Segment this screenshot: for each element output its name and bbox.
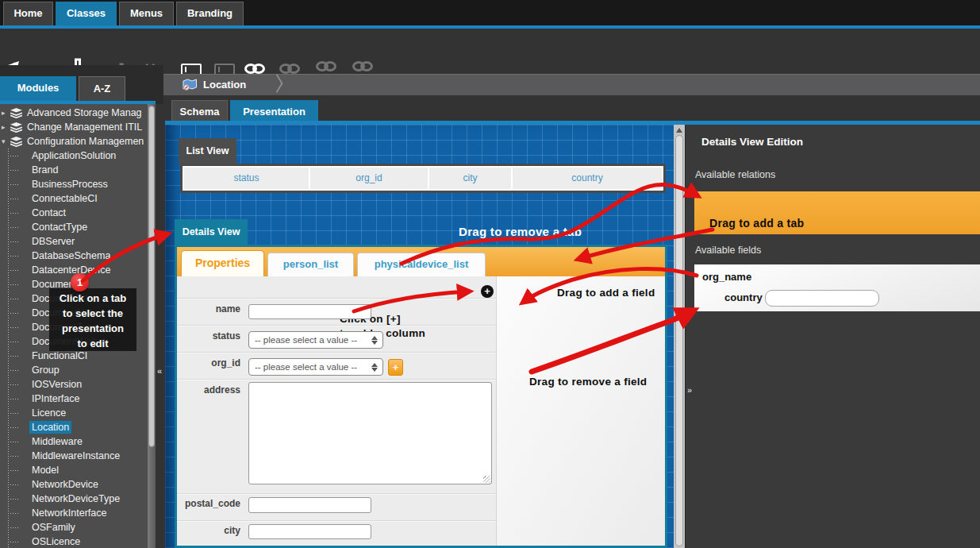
tree-module-item[interactable]: ▸Advanced Storage Manag xyxy=(0,106,148,120)
field-label-name: name xyxy=(177,303,240,315)
tab-schema[interactable]: Schema xyxy=(171,100,228,123)
add-column-button[interactable]: + xyxy=(481,285,494,298)
tree-class-item-middlewareinstance[interactable]: MiddlewareInstance xyxy=(0,449,148,463)
details-view-edition-panel: » Details View Edition Available relatio… xyxy=(685,125,980,548)
tree-class-item-dbserver[interactable]: DBServer xyxy=(0,234,148,249)
tree-class-item-iosversion[interactable]: IOSVersion xyxy=(0,377,148,392)
tree-class-item-networkinterface[interactable]: NetworkInterface xyxy=(0,506,148,520)
class-map-icon xyxy=(183,79,198,91)
collapse-left-icon[interactable]: « xyxy=(157,366,162,376)
collapse-right-icon[interactable]: » xyxy=(687,385,692,395)
tooltip-line: presentation xyxy=(49,321,136,336)
tooltip-line: to edit xyxy=(49,336,136,351)
top-tab-branding[interactable]: Branding xyxy=(176,2,244,25)
top-tab-home[interactable]: Home xyxy=(3,2,53,25)
tree-class-item-networkdevicetype[interactable]: NetworkDeviceType xyxy=(0,492,148,506)
tree-class-item-contact[interactable]: Contact xyxy=(0,206,148,220)
list-column-city[interactable]: city xyxy=(429,168,511,189)
details-view-tab[interactable]: Details View xyxy=(175,219,248,245)
tree-class-item-networkdevice[interactable]: NetworkDevice xyxy=(0,477,148,492)
field-label-org_id: org_id xyxy=(177,357,240,369)
tree-class-item-connectableci[interactable]: ConnectableCI xyxy=(0,191,148,206)
field-org-name[interactable]: org_name xyxy=(702,271,751,283)
breadcrumb-item-location[interactable]: Location xyxy=(178,75,246,96)
breadcrumb-chevron-icon xyxy=(271,74,283,94)
tooltip-line: Click on a tab xyxy=(49,291,136,306)
tree-scrollbar[interactable] xyxy=(148,104,156,548)
tree-class-item-contacttype[interactable]: ContactType xyxy=(0,220,148,234)
add-org_id-button[interactable]: + xyxy=(388,359,403,376)
tab-physicaldevice-list[interactable]: physicaldevice_list xyxy=(357,253,486,276)
field-label-address: address xyxy=(177,384,240,396)
sidebar-splitter[interactable]: « xyxy=(156,104,165,548)
application-window: HomeClassesMenusBranding ▾✚✖✚✖✚✖✚✖ Locat… xyxy=(0,0,980,548)
tree-class-item-applicationsolution[interactable]: ApplicationSolution xyxy=(0,149,148,163)
sidebar-tab-modules[interactable]: Modules xyxy=(0,76,76,101)
tree-class-item-location[interactable]: Location xyxy=(0,420,148,434)
tree-class-item-oslicence[interactable]: OSLicence xyxy=(0,534,148,548)
list-column-country[interactable]: country xyxy=(513,168,662,189)
step-badge: 1 xyxy=(71,273,89,291)
annotation-remove-field: Drag to remove a field xyxy=(529,376,647,388)
drag-to-add-tab-source[interactable]: Drag to add a tab xyxy=(694,191,980,234)
breadcrumb-label: Location xyxy=(203,79,246,91)
tree-class-item-licence[interactable]: Licence xyxy=(0,406,148,420)
collapsed-arrow-icon[interactable]: ▸ xyxy=(2,120,6,134)
tab-presentation[interactable]: Presentation xyxy=(230,100,318,123)
toolbar: ▾✚✖✚✖✚✖✚✖ xyxy=(0,29,980,65)
top-nav-bar: HomeClassesMenusBranding xyxy=(0,0,980,25)
scroll-up-icon[interactable] xyxy=(676,128,682,133)
available-fields-label: Available fields xyxy=(695,245,761,256)
tree-module-item[interactable]: ▾Configuration Managemen xyxy=(0,134,148,149)
field-textarea-address[interactable] xyxy=(248,382,492,484)
form-row-separator xyxy=(177,298,496,299)
tree-scrollbar-thumb[interactable] xyxy=(148,106,155,447)
list-view-tab[interactable]: List View xyxy=(179,138,236,164)
canvas-scrollbar-thumb[interactable] xyxy=(675,135,683,546)
field-country-label[interactable]: country xyxy=(724,291,763,303)
available-relations-label: Available relations xyxy=(695,169,775,180)
top-tab-menus[interactable]: Menus xyxy=(119,2,174,25)
select-spinner-icon[interactable] xyxy=(371,335,379,345)
list-column-org_id[interactable]: org_id xyxy=(310,168,428,189)
field-input-postal_code[interactable] xyxy=(248,497,371,513)
tree-class-item-brand[interactable]: Brand xyxy=(0,163,148,177)
field-country-input[interactable] xyxy=(765,290,879,307)
expanded-arrow-icon[interactable]: ▾ xyxy=(2,134,6,149)
tree-class-item-osfamily[interactable]: OSFamily xyxy=(0,520,148,534)
tab-person-list[interactable]: person_list xyxy=(267,253,354,276)
tree-class-item-middleware[interactable]: Middleware xyxy=(0,434,148,449)
form-row-separator xyxy=(177,379,496,380)
tooltip-line: to select the xyxy=(49,306,136,321)
details-form-empty-column xyxy=(496,276,665,546)
field-select-org_id[interactable]: -- please select a value -- xyxy=(248,358,383,376)
tab-properties[interactable]: Properties xyxy=(181,250,264,276)
help-tooltip: Click on a tabto select thepresentationt… xyxy=(49,288,136,351)
available-fields-list: org_name country xyxy=(694,264,980,311)
tree-class-item-group[interactable]: Group xyxy=(0,363,148,377)
tree-class-item-model[interactable]: Model xyxy=(0,463,148,477)
field-label-city: city xyxy=(177,525,240,536)
field-label-status: status xyxy=(177,330,240,342)
field-input-name[interactable] xyxy=(248,304,371,319)
top-tab-classes[interactable]: Classes xyxy=(56,2,117,25)
canvas-scrollbar[interactable] xyxy=(674,125,685,548)
form-row-separator xyxy=(177,493,496,494)
field-input-city[interactable] xyxy=(248,524,371,539)
panel-title: Details View Edition xyxy=(701,136,803,148)
tree-module-item[interactable]: ▸Change Management ITIL xyxy=(0,120,148,134)
form-row-separator xyxy=(177,325,496,326)
sidebar-tab-a-z[interactable]: A-Z xyxy=(79,76,125,101)
field-select-status[interactable]: -- please select a value -- xyxy=(248,331,383,349)
presentation-canvas: List View statusorg_idcitycountry Drag t… xyxy=(165,125,674,548)
collapsed-arrow-icon[interactable]: ▸ xyxy=(2,106,6,120)
form-row-separator xyxy=(177,520,496,521)
list-column-status[interactable]: status xyxy=(184,168,309,189)
annotation-remove-tab: Drag to remove a tab xyxy=(459,225,582,238)
tree-class-item-businessprocess[interactable]: BusinessProcess xyxy=(0,177,148,191)
field-label-postal_code: postal_code xyxy=(177,498,240,509)
select-spinner-icon[interactable] xyxy=(371,362,379,372)
list-view-widget: statusorg_idcitycountry xyxy=(180,164,666,193)
tree-class-item-ipinterface[interactable]: IPInterface xyxy=(0,392,148,406)
tree-class-item-databaseschema[interactable]: DatabaseSchema xyxy=(0,249,148,263)
